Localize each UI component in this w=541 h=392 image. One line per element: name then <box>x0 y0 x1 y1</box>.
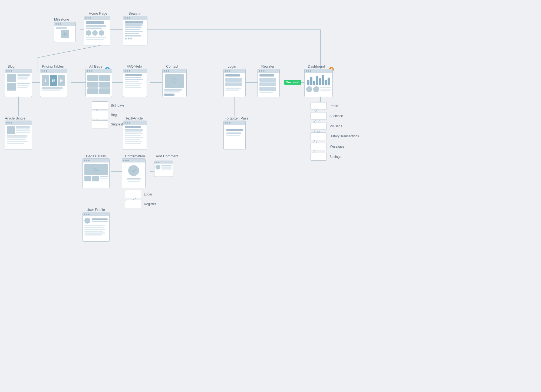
dash-audience-box[interactable] <box>311 112 327 120</box>
dash-history-label: History Transactions <box>329 134 359 138</box>
node-allbegs-label: All Begs <box>89 64 102 68</box>
dash-settings-label: Settings <box>329 155 341 159</box>
node-blog-card[interactable] <box>5 69 32 97</box>
node-milestone-card[interactable] <box>54 22 76 42</box>
node-article-card[interactable] <box>5 121 32 150</box>
node-register-card[interactable] <box>258 69 280 97</box>
dash-profile-label: Profile <box>329 104 339 108</box>
dash-messages-box[interactable] <box>311 143 327 150</box>
sub-suggests-label: Suggests <box>111 122 124 126</box>
node-textarticle-card[interactable] <box>123 121 147 150</box>
connector-lines <box>0 0 541 392</box>
node-confirmation-label: Confirmation <box>125 154 145 158</box>
node-addcomment-label: Add Comment <box>156 154 178 158</box>
node-pricing-card[interactable]: 5 15 10 <box>40 69 67 97</box>
node-faq-label: FAQ/Help <box>127 64 142 68</box>
node-allbegs-card[interactable] <box>85 69 112 97</box>
sub-register-label: Register <box>144 202 156 206</box>
node-userprofile-label: User Profile <box>87 208 105 212</box>
node-homepage-label: Home Page <box>89 11 107 15</box>
node-login-label: Login <box>227 64 236 68</box>
canvas: Milestone Home Page Search <box>0 0 541 392</box>
dash-history-box[interactable] <box>311 132 327 140</box>
node-search-card[interactable] <box>123 16 147 45</box>
node-forgotpass-label: Forgotten Pass <box>225 116 248 120</box>
node-milestone-label: Milestone <box>54 17 69 21</box>
node-userprofile-card[interactable] <box>83 212 110 242</box>
dash-audience-label: Audience <box>329 114 343 118</box>
node-forgotpass-card[interactable] <box>223 121 246 150</box>
sub-birthdays-box[interactable] <box>92 101 108 109</box>
sub-suggests-box[interactable] <box>92 120 108 128</box>
node-search-label: Search <box>128 11 140 15</box>
dash-mybegs-box[interactable] <box>311 122 327 130</box>
node-begsdetails-label: Begs Details <box>86 154 106 158</box>
svg-point-42 <box>94 168 95 169</box>
node-article-label: Article Single <box>5 116 25 120</box>
node-begsdetails-card[interactable] <box>83 158 110 188</box>
svg-point-41 <box>63 32 67 36</box>
sub-begs-label: Begs <box>111 113 118 117</box>
sub-birthdays-label: Birthdays <box>111 104 124 107</box>
node-faq-card[interactable] <box>123 69 147 97</box>
node-textarticle-label: Text/Article <box>126 116 143 120</box>
sub-login-box[interactable] <box>125 190 141 198</box>
dash-profile-box[interactable] <box>311 102 327 110</box>
success-pill: Success! <box>284 80 301 85</box>
node-pricing-label: Pricing Tables <box>42 64 64 68</box>
dash-settings-box[interactable] <box>311 153 327 161</box>
node-addcomment-card[interactable] <box>154 161 173 177</box>
node-contact-label: Contact <box>166 64 178 68</box>
node-dashboard-card[interactable] <box>304 69 333 97</box>
svg-line-10 <box>38 45 100 58</box>
sub-register-box[interactable] <box>125 200 141 208</box>
dash-messages-label: Messages <box>329 145 344 148</box>
node-blog-label: Blog <box>8 64 15 68</box>
node-login-card[interactable] <box>223 69 246 97</box>
node-dashboard-label: Dashboard <box>308 64 325 68</box>
node-confirmation-card[interactable] <box>122 158 146 188</box>
dash-mybegs-label: My Begs <box>329 124 342 128</box>
node-contact-card[interactable] <box>162 69 187 97</box>
node-homepage-card[interactable] <box>84 16 110 45</box>
node-register-label: Register <box>261 64 274 68</box>
sub-begs-box[interactable] <box>92 111 108 119</box>
sub-login-label: Login <box>144 192 152 196</box>
